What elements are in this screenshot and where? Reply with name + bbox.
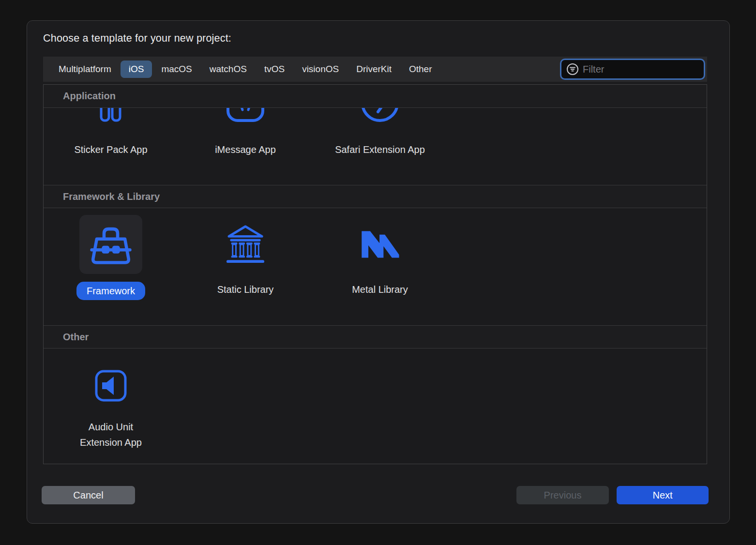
template-audio-unit-extension-app[interactable]: Audio Unit Extension App <box>44 370 178 450</box>
template-label: Audio Unit Extension App <box>67 419 154 450</box>
framework-toolbox-icon <box>86 223 136 266</box>
section-application-row: Sticker Pack App iMessage App <box>44 108 707 185</box>
static-library-icon <box>226 224 265 265</box>
template-static-library[interactable]: Static Library <box>178 215 313 297</box>
imessage-app-icon <box>226 108 265 123</box>
static-library-tile <box>214 215 277 274</box>
template-label: iMessage App <box>215 142 276 157</box>
filter-input[interactable] <box>583 64 699 75</box>
tab-tvos[interactable]: tvOS <box>256 61 293 78</box>
safari-extension-icon <box>361 108 399 123</box>
section-header-framework-library: Framework & Library <box>44 185 707 208</box>
filter-field[interactable] <box>560 59 705 80</box>
sticker-pack-icon <box>99 108 122 123</box>
tab-macos[interactable]: macOS <box>153 61 200 78</box>
template-label: Safari Extension App <box>335 142 425 157</box>
platform-tabs: Multiplatform iOS macOS watchOS tvOS vis… <box>43 61 441 78</box>
cancel-button[interactable]: Cancel <box>42 486 135 504</box>
tab-other[interactable]: Other <box>401 61 440 78</box>
template-safari-extension-app[interactable]: Safari Extension App <box>313 108 447 157</box>
platform-tabbar: Multiplatform iOS macOS watchOS tvOS vis… <box>43 57 707 82</box>
template-imessage-app[interactable]: iMessage App <box>178 108 313 157</box>
tab-multiplatform[interactable]: Multiplatform <box>50 61 120 78</box>
template-label: Static Library <box>217 282 274 297</box>
previous-button[interactable]: Previous <box>516 486 609 504</box>
tab-ios[interactable]: iOS <box>121 61 152 78</box>
section-header-other: Other <box>44 325 707 348</box>
section-other-row: Audio Unit Extension App <box>44 348 707 464</box>
template-list: Application Sticker Pack App <box>43 84 707 464</box>
filter-circle-icon <box>566 63 579 76</box>
section-framework-library-row: Framework <box>44 208 707 325</box>
next-button[interactable]: Next <box>617 486 709 504</box>
framework-tile <box>79 215 142 274</box>
audio-unit-icon <box>95 370 127 402</box>
metal-library-icon <box>358 226 402 263</box>
template-sticker-pack-app[interactable]: Sticker Pack App <box>44 108 178 157</box>
template-framework[interactable]: Framework <box>44 215 178 300</box>
section-header-application: Application <box>44 85 707 108</box>
metal-library-tile <box>348 215 411 274</box>
tab-visionos[interactable]: visionOS <box>294 61 347 78</box>
template-metal-library[interactable]: Metal Library <box>313 215 447 297</box>
tab-driverkit[interactable]: DriverKit <box>348 61 400 78</box>
new-project-template-dialog: Choose a template for your new project: … <box>27 20 730 524</box>
template-label: Metal Library <box>352 282 408 297</box>
template-label-selected: Framework <box>76 282 145 300</box>
dialog-title: Choose a template for your new project: <box>43 32 231 45</box>
tab-watchos[interactable]: watchOS <box>201 61 255 78</box>
template-label: Sticker Pack App <box>74 142 147 157</box>
